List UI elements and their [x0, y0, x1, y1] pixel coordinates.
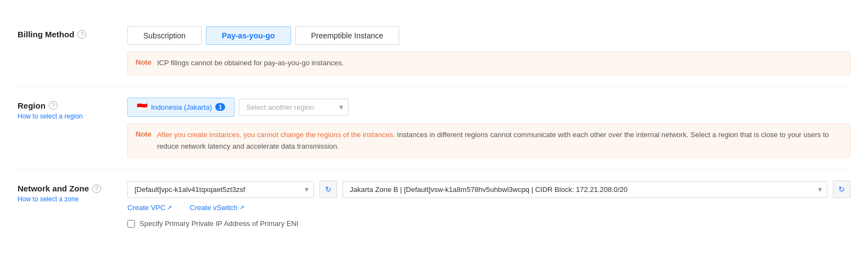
zone-select-wrapper: Jakarta Zone B | [Default]vsw-k1a8m578hv…: [343, 181, 827, 198]
billing-note-box: Note ICP filings cannot be obtained for …: [127, 52, 850, 75]
zone-refresh-button[interactable]: ↻: [833, 180, 850, 198]
billing-label-col: Billing Method ?: [18, 26, 127, 39]
network-help-icon[interactable]: ?: [92, 184, 101, 193]
network-content-col: [Default]vpc-k1alv41tqxqaet5zt3zsf ▾ ↻ J…: [127, 180, 850, 228]
region-content-col: 🇮🇩 Indonesia (Jakarta) 1 Select another …: [127, 98, 850, 159]
network-label-col: Network and Zone ? How to select a zone: [18, 180, 127, 203]
create-vswitch-label: Create vSwitch: [189, 203, 237, 212]
create-vswitch-link[interactable]: Create vSwitch ↗: [189, 203, 244, 212]
create-vswitch-external-icon: ↗: [239, 204, 244, 211]
region-select-dropdown[interactable]: Select another region: [239, 99, 349, 116]
create-vpc-link[interactable]: Create VPC ↗: [127, 203, 172, 212]
region-note-highlight: After you create instances, you cannot c…: [157, 131, 395, 139]
zone-select-dropdown[interactable]: Jakarta Zone B | [Default]vsw-k1a8m578hv…: [343, 181, 827, 198]
how-to-select-zone-link[interactable]: How to select a zone: [18, 195, 127, 203]
region-help-icon[interactable]: ?: [49, 101, 58, 110]
billing-note-text: ICP filings cannot be obtained for pay-a…: [157, 58, 344, 69]
region-label-col: Region ? How to select a region: [18, 98, 127, 120]
create-vpc-external-icon: ↗: [167, 204, 172, 211]
network-label-text: Network and Zone: [18, 184, 89, 193]
region-name-text: Indonesia (Jakarta): [151, 103, 212, 111]
vpc-select-dropdown[interactable]: [Default]vpc-k1alv41tqxqaet5zt3zsf: [127, 181, 314, 198]
selected-region-button[interactable]: 🇮🇩 Indonesia (Jakarta) 1: [127, 98, 234, 117]
billing-help-icon[interactable]: ?: [77, 30, 86, 39]
region-buttons-group: 🇮🇩 Indonesia (Jakarta) 1 Select another …: [127, 98, 850, 117]
subscription-button[interactable]: Subscription: [127, 26, 201, 45]
how-to-select-region-link[interactable]: How to select a region: [18, 112, 127, 120]
billing-method-label: Billing Method ?: [18, 30, 127, 39]
network-zone-row: Network and Zone ? How to select a zone …: [18, 169, 850, 239]
pay-as-you-go-button[interactable]: Pay-as-you-go: [206, 26, 290, 45]
primary-ip-checkbox[interactable]: [127, 220, 135, 228]
billing-method-row: Billing Method ? Subscription Pay-as-you…: [18, 15, 850, 87]
billing-note-label: Note: [136, 58, 152, 66]
vpc-refresh-button[interactable]: ↻: [320, 180, 337, 198]
region-flag: 🇮🇩: [137, 102, 148, 112]
network-label: Network and Zone ?: [18, 184, 127, 193]
region-label: Region ?: [18, 101, 127, 110]
billing-method-text: Billing Method: [18, 30, 74, 39]
billing-content-col: Subscription Pay-as-you-go Preemptible I…: [127, 26, 850, 75]
network-links-row: Create VPC ↗ Create vSwitch ↗: [127, 203, 850, 212]
checkbox-row: Specify Primary Private IP Address of Pr…: [127, 219, 850, 228]
region-note-label: Note: [136, 129, 152, 138]
region-label-text: Region: [18, 101, 46, 110]
region-row: Region ? How to select a region 🇮🇩 Indon…: [18, 87, 850, 170]
create-vpc-label: Create VPC: [127, 203, 165, 212]
region-count-badge: 1: [215, 103, 225, 111]
billing-buttons-group: Subscription Pay-as-you-go Preemptible I…: [127, 26, 850, 45]
vpc-select-wrapper: [Default]vpc-k1alv41tqxqaet5zt3zsf ▾: [127, 181, 314, 198]
network-selects-row: [Default]vpc-k1alv41tqxqaet5zt3zsf ▾ ↻ J…: [127, 180, 850, 198]
region-note-box: Note After you create instances, you can…: [127, 123, 850, 159]
region-note-text: After you create instances, you cannot c…: [157, 129, 842, 152]
preemptible-button[interactable]: Preemptible Instance: [295, 26, 400, 45]
primary-ip-label: Specify Primary Private IP Address of Pr…: [139, 219, 298, 228]
region-select-wrapper: Select another region ▾: [239, 99, 349, 116]
